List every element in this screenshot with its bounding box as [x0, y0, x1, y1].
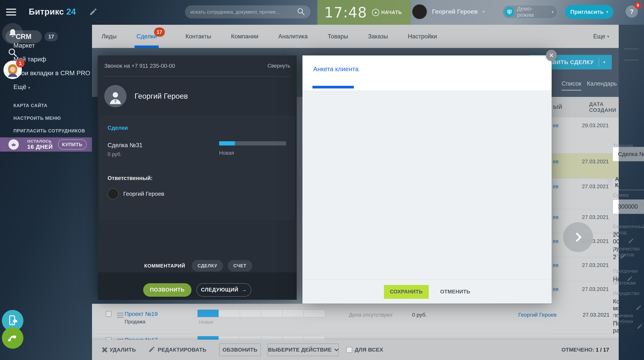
notifications-button[interactable] [0, 23, 25, 44]
invite-button[interactable]: Пригласить ▾ [565, 5, 613, 19]
bitrix24-logo: Битрикс 24 [29, 7, 76, 17]
crm-nav-bar: Лиды Сделки 17 Контакты Компании Аналити… [92, 25, 619, 48]
cancel-button[interactable]: ОТМЕНИТЬ [440, 289, 470, 295]
tab-products[interactable]: Товары [328, 25, 348, 48]
responsible-avatar [108, 188, 119, 199]
call-title: Звонок на +7 911 235-00-00 [104, 63, 175, 69]
deal-stage-progress[interactable]: Новая [219, 141, 286, 156]
tab-companies[interactable]: Компании [231, 25, 258, 48]
user-name: Георгий Героев [432, 8, 478, 15]
deals-table: ЫЙ ДАТА СОЗДАНИ ев 29.03.2021 ев 27.03.2… [552, 97, 619, 304]
deal-summary-card: Сделки Сделка №31 0 руб. Новая Ответстве… [100, 116, 294, 220]
bulk-action-bar: УДАЛИТЬ РЕДАКТИРОВАТЬ ОБЗВОНИТЬ ВЫБЕРИТЕ… [92, 340, 619, 360]
main-menu-icon[interactable] [6, 7, 16, 17]
call-all-button[interactable]: ОБЗВОНИТЬ [219, 343, 261, 356]
edit-button[interactable]: РЕДАКТИРОВАТЬ [148, 346, 206, 354]
created-date: 27.03.2021 [582, 184, 609, 190]
chevron-right-icon [572, 233, 582, 242]
responsible-link[interactable]: ев [553, 122, 558, 129]
tab-comment[interactable]: КОММЕНТАРИЙ [142, 260, 187, 272]
deal-link[interactable]: Проект №19 [124, 311, 158, 317]
contact-avatar: ? [104, 85, 126, 107]
search-input[interactable] [190, 9, 297, 15]
tab-analytics[interactable]: Аналитика [278, 25, 308, 48]
row-menu-icon[interactable] [117, 311, 124, 319]
search-rail-button[interactable] [0, 47, 25, 58]
chevron-down-icon: ▾ [552, 10, 554, 14]
responsible-link[interactable]: ев [553, 214, 558, 220]
timer-start-button[interactable]: ▶ НАЧАТЬ [372, 9, 402, 16]
contact-name: Георгий Героев [134, 92, 188, 100]
collapse-button[interactable]: Свернуть [268, 63, 290, 69]
tab-orders[interactable]: Заказы [368, 25, 388, 48]
responsible-link[interactable]: ев [553, 184, 558, 190]
telephony-button[interactable] [0, 327, 25, 349]
deal-pipeline: Продажа [124, 319, 146, 325]
choose-action-select[interactable]: ВЫБЕРИТЕ ДЕЙСТВИЕ [268, 343, 339, 356]
tab-leads[interactable]: Лиды [102, 25, 116, 48]
tab-create-invoice[interactable]: СЧЕТ [228, 260, 252, 272]
responsible-link[interactable]: ев [553, 238, 558, 244]
table-row[interactable]: ев 27.03.2021 [552, 257, 619, 281]
view-tab-calendar[interactable]: Календарь [587, 80, 617, 87]
close-icon[interactable]: × [546, 50, 557, 61]
deals-section-title[interactable]: Сделки [108, 125, 287, 131]
delete-icon [102, 347, 107, 352]
responsible-link[interactable]: ев [553, 262, 558, 268]
demo-mode-button[interactable]: Демо-режим ▾ [502, 5, 558, 19]
created-date: 27.03.2021 [582, 214, 609, 220]
search-icon[interactable] [297, 7, 305, 17]
table-row[interactable]: ев 27.03.2021 [552, 281, 619, 304]
tab-deals[interactable]: Сделки 17 [136, 25, 157, 48]
responsible-link[interactable]: ев [553, 158, 558, 165]
for-all-checkbox-group[interactable]: ДЛЯ ВСЕХ [346, 347, 383, 353]
table-row[interactable]: ев 29.03.2021 [552, 117, 619, 153]
responsible-link[interactable]: Георгий Героев [518, 312, 556, 318]
view-tab-list[interactable]: Список [562, 80, 581, 87]
work-timer[interactable]: 17:48 ▶ НАЧАТЬ [318, 0, 410, 25]
deals-counter-badge: 17 [154, 28, 165, 37]
call-button[interactable]: ПОЗВОНИТЬ [143, 283, 192, 297]
crm-counter-badge: 17 [44, 32, 58, 41]
created-date: 29.03.2021 [582, 122, 609, 129]
stage-label: Новая [219, 150, 286, 156]
trial-remaining-label: ОСТАЛОСЬ [27, 139, 53, 143]
trial-banner: ОСТАЛОСЬ 16 ДНЕЙ КУПИТЬ [0, 137, 92, 152]
tab-more[interactable]: Еще▾ [593, 33, 609, 40]
assistant-button[interactable]: 1 [0, 61, 25, 79]
save-button[interactable]: СОХРАНИТЬ [384, 285, 429, 299]
global-search[interactable] [185, 5, 310, 19]
search-icon [8, 48, 18, 58]
sidebar-link-sitemap[interactable]: КАРТА САЙТА [14, 103, 48, 108]
drag-handle-icon[interactable] [608, 179, 612, 185]
buy-button[interactable]: КУПИТЬ [58, 139, 87, 149]
next-button[interactable]: СЛЕДУЮЩИЙ→ [196, 283, 251, 297]
tab-settings[interactable]: Настройки [408, 25, 437, 48]
sidebar-link-configure-menu[interactable]: НАСТРОИТЬ МЕНЮ [14, 115, 61, 121]
row-checkbox[interactable] [106, 311, 112, 317]
delete-button[interactable]: УДАЛИТЬ [102, 347, 136, 353]
trial-days-left: 16 ДНЕЙ [27, 143, 53, 150]
sidebar-item-more[interactable]: Ещё ▾ [14, 83, 30, 91]
current-user-menu[interactable]: Георгий Героев ▾ [412, 4, 484, 19]
tab-client-form[interactable]: Анкета клиента [313, 65, 358, 73]
next-page-arrow[interactable] [563, 222, 593, 252]
stage-progress-bar[interactable] [198, 309, 325, 317]
right-toolbar [619, 25, 644, 360]
column-responsible[interactable]: ЫЙ [553, 104, 562, 110]
for-all-checkbox[interactable] [346, 347, 352, 353]
table-row[interactable]: Проект №19 Продажа Новая Дела отсутствую… [92, 304, 619, 334]
sidebar-link-invite-employees[interactable]: ПРИГЛАСИТЬ СОТРУДНИКОВ [14, 128, 85, 134]
bell-icon [7, 28, 18, 39]
phone-icon [7, 332, 18, 344]
tab-contacts[interactable]: Контакты [186, 25, 211, 48]
client-form-modal: Анкета клиента Текущая сделка Сделка №31… [302, 56, 552, 304]
edit-title-icon[interactable] [89, 8, 97, 17]
play-icon: ▶ [372, 9, 379, 16]
user-avatar[interactable] [412, 4, 427, 19]
column-created-date[interactable]: ДАТА СОЗДАНИ [589, 101, 619, 113]
crown-icon [8, 139, 19, 150]
table-row-selected[interactable]: ев 27.03.2021 [552, 153, 619, 178]
responsible-link[interactable]: ев [553, 286, 558, 292]
tab-create-deal[interactable]: СДЕЛКУ [192, 260, 223, 272]
